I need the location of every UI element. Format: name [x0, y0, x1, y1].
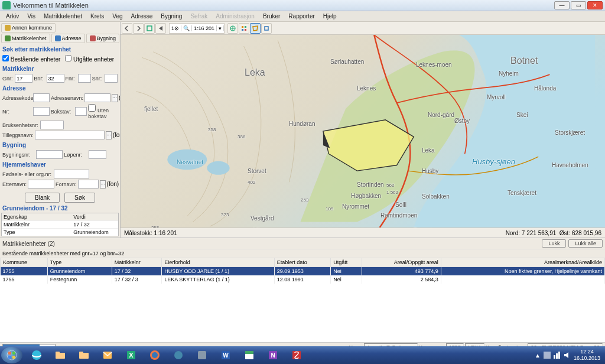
h-merk[interactable]: Arealmerknad/Arealkilde — [441, 258, 604, 267]
svg-rect-25 — [198, 351, 206, 359]
property-grid[interactable]: EgenskapVerdi Matrikkelnr17 / 32 TypeGru… — [1, 213, 119, 236]
forward-button[interactable] — [133, 23, 144, 34]
chk-utenbokstav[interactable]: Uten bokstav — [88, 103, 118, 119]
lbl-nr: Nr: — [2, 109, 32, 115]
info-tool-button[interactable] — [261, 23, 272, 34]
task-explorer2[interactable] — [73, 347, 95, 363]
fon-button-3[interactable]: ⋯ — [100, 180, 106, 188]
table-row[interactable]: 1755 Grunneiendom 17 / 32 HUSBY ODD JARL… — [1, 267, 605, 276]
tab-adresse[interactable]: Adresse — [51, 34, 85, 43]
system-tray[interactable]: ▲ 12:24 16.10.2013 — [535, 349, 604, 362]
menu-veg[interactable]: Veg — [109, 12, 126, 21]
table-row[interactable]: 1755 Festegrunn 17 / 32 / 3 LEKA SKYTTER… — [1, 275, 605, 284]
h-kommune[interactable]: Kommune — [1, 258, 48, 267]
lukk-button[interactable]: Lukk — [542, 239, 566, 248]
menu-arkiv[interactable]: Arkiv — [2, 12, 22, 21]
menu-bygning[interactable]: Bygning — [157, 12, 186, 21]
etternavn-input[interactable] — [28, 180, 54, 188]
fornavn-input[interactable] — [78, 180, 99, 188]
maximize-button[interactable]: ▭ — [571, 1, 586, 9]
zoom-extent-button[interactable] — [144, 23, 155, 34]
lbl-bygnr: Bygningsnr: — [2, 152, 35, 158]
bruksenh-input[interactable] — [40, 121, 64, 129]
menu-matrikkelenhet[interactable]: Matrikkelenhet — [40, 12, 86, 21]
tab-annen-kommune[interactable]: Annen kommune — [1, 23, 56, 32]
globe-button[interactable] — [227, 23, 238, 34]
minimize-button[interactable]: — — [554, 1, 570, 9]
dropdown-icon[interactable]: ▾ — [217, 25, 224, 31]
props-title: Grunneiendom - 17 / 32 — [2, 205, 118, 212]
fodsel-input[interactable] — [54, 170, 89, 178]
task-outlook[interactable] — [96, 347, 119, 363]
svg-rect-4 — [242, 29, 243, 31]
toggle-layers-button[interactable] — [239, 23, 249, 34]
zoom-icon: 🔍 — [181, 25, 192, 31]
sok-button[interactable]: Søk — [64, 193, 95, 203]
task-app1[interactable] — [167, 347, 190, 363]
task-ie[interactable] — [25, 347, 48, 363]
tray-up-icon[interactable]: ▲ — [535, 352, 541, 359]
menu-krets[interactable]: Krets — [87, 12, 108, 21]
fon-button-2[interactable]: ⋯ — [106, 131, 112, 139]
lopenr-input[interactable] — [89, 150, 106, 159]
sound-icon[interactable] — [564, 352, 571, 359]
fon-label-3: (fon) — [107, 181, 119, 187]
fon-button-1[interactable]: ⋯ — [112, 94, 118, 102]
clock[interactable]: 12:24 16.10.2013 — [574, 349, 600, 362]
blank-button[interactable]: Blank — [25, 193, 60, 203]
fnr-input[interactable] — [78, 74, 91, 83]
bokstav-input[interactable] — [75, 107, 87, 116]
svg-rect-3 — [245, 26, 246, 28]
menu-hjelp[interactable]: Hjelp — [320, 12, 340, 21]
task-word[interactable]: W — [214, 347, 237, 363]
task-app2[interactable] — [191, 347, 213, 363]
lukkalle-button[interactable]: Lukk alle — [568, 239, 603, 248]
svg-text:X: X — [129, 352, 134, 359]
chk-utgatte[interactable]: Utgåtte enheter — [65, 55, 114, 63]
tab-bygning[interactable]: Bygning — [86, 34, 120, 43]
task-acrobat[interactable] — [285, 347, 308, 363]
svg-point-8 — [207, 161, 229, 175]
scale-minus-icon[interactable]: 1⊗ — [170, 25, 181, 31]
h-matr[interactable]: Matrikkelnr — [112, 258, 161, 267]
h-areal[interactable]: Areal/Oppgitt areal — [362, 258, 441, 267]
section-hjemmel: Hjemmelshaver — [2, 161, 119, 168]
results-grid[interactable]: Kommune Type Matrikkelnr Eierforhold Eta… — [0, 258, 605, 342]
snr-input[interactable] — [105, 74, 118, 83]
adrnavn-input[interactable] — [84, 93, 110, 102]
polygon-tool-button[interactable] — [250, 23, 261, 34]
task-onenote[interactable]: N — [262, 347, 284, 363]
menu-bruker[interactable]: Bruker — [259, 12, 284, 21]
bnr-input[interactable] — [47, 74, 64, 83]
start-button[interactable] — [1, 347, 22, 363]
tab-matrikkelenhet[interactable]: Matrikkelenhet — [1, 34, 50, 43]
scale-selector[interactable]: 1⊗🔍1:16 201▾ — [169, 23, 225, 34]
back-button[interactable] — [122, 23, 132, 34]
close-button[interactable]: ✕ — [587, 1, 603, 9]
task-matrikkel[interactable] — [238, 347, 261, 363]
svg-rect-29 — [245, 351, 253, 354]
menu-rapporter[interactable]: Rapporter — [285, 12, 318, 21]
network-icon[interactable] — [554, 352, 561, 359]
flag-icon[interactable] — [544, 352, 551, 359]
task-explorer[interactable] — [49, 347, 71, 363]
props-h1: Egenskap — [2, 213, 71, 220]
task-excel[interactable]: X — [120, 347, 142, 363]
map-view[interactable]: Leka fjellet Nesvatnet Storvet Vestgård … — [121, 35, 605, 228]
lbl-etternavn: Etternavn: — [2, 181, 27, 187]
h-etab[interactable]: Etablert dato — [274, 258, 331, 267]
nr-input[interactable] — [33, 107, 50, 116]
h-type[interactable]: Type — [47, 258, 112, 267]
h-utgatt[interactable]: Utgått — [331, 258, 362, 267]
chk-bestaaende[interactable]: Bestående enheter — [2, 55, 60, 63]
adrkode-input[interactable] — [33, 93, 50, 102]
gnr-input[interactable] — [15, 74, 32, 83]
menu-vis[interactable]: Vis — [24, 12, 39, 21]
h-eier[interactable]: Eierforhold — [162, 258, 274, 267]
task-firefox[interactable] — [144, 347, 166, 363]
zoom-prev-button[interactable] — [155, 23, 166, 34]
tillegg-input[interactable] — [35, 131, 105, 139]
bygnr-input[interactable] — [36, 150, 63, 159]
menu-adresse[interactable]: Adresse — [128, 12, 157, 21]
lbl-bnr: Bnr: — [34, 76, 45, 82]
